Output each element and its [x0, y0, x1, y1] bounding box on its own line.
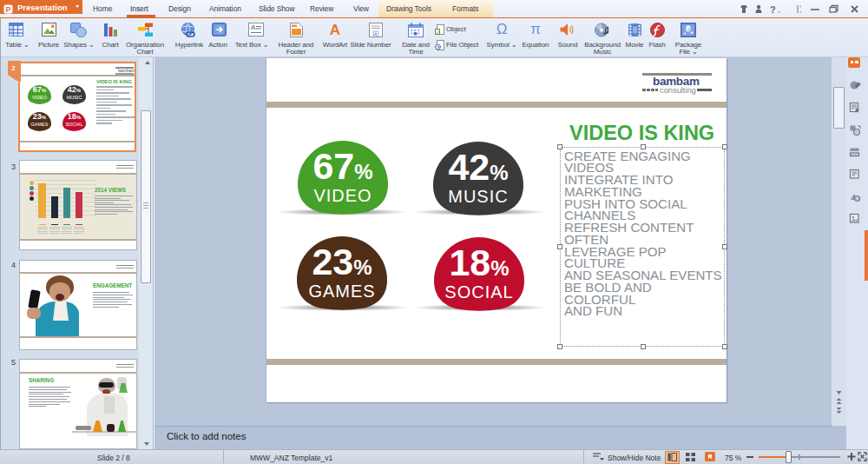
svg-text:?: ?	[770, 4, 776, 15]
svg-text:#: #	[374, 31, 377, 36]
svg-text:A: A	[251, 23, 256, 31]
svg-text:✓: ✓	[437, 30, 440, 35]
svg-text:P: P	[6, 5, 11, 14]
svg-text:2: 2	[12, 65, 16, 71]
